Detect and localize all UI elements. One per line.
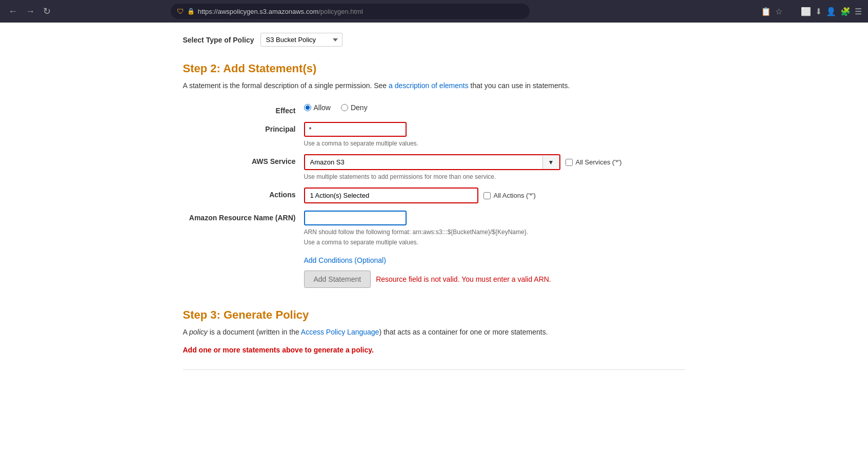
arn-hint1: ARN should follow the following format: … — [304, 228, 529, 236]
actions-row: Actions 1 Action(s) Selected All Actions… — [183, 188, 685, 203]
effect-row: Effect Allow Deny — [183, 103, 685, 115]
lock-icon: 🔒 — [187, 8, 195, 15]
extension-icon[interactable]: 🧩 — [840, 7, 851, 16]
step3-description: A policy is a document (written in the A… — [183, 327, 685, 338]
security-icon: 🛡 — [177, 7, 184, 15]
step3-heading: Step 3: Generate Policy — [183, 308, 685, 322]
deny-radio[interactable] — [341, 104, 348, 111]
principal-hint: Use a comma to separate multiple values. — [304, 140, 685, 147]
access-policy-language-link[interactable]: Access Policy Language — [301, 328, 379, 336]
all-services-checkbox[interactable] — [566, 159, 573, 166]
reading-mode-icon[interactable]: 📋 — [761, 7, 771, 16]
add-conditions-row: Add Conditions (Optional) — [304, 253, 685, 264]
account-icon[interactable]: 👤 — [826, 7, 836, 16]
button-error-row: Add Statement Resource field is not vali… — [304, 270, 685, 288]
policy-type-label: Select Type of Policy — [183, 36, 254, 44]
effect-options: Allow Deny — [304, 103, 685, 112]
aws-service-wrapper: Amazon S3 Amazon EC2 Amazon DynamoDB Ama… — [304, 154, 560, 170]
principal-label: Principal — [183, 122, 296, 133]
allow-radio[interactable] — [304, 104, 311, 111]
effect-controls: Allow Deny — [304, 103, 685, 112]
arn-controls: ARN should follow the following format: … — [304, 211, 529, 246]
error-message: Resource field is not valid. You must en… — [376, 275, 551, 283]
deny-radio-label[interactable]: Deny — [341, 103, 368, 112]
add-conditions-link[interactable]: Add Conditions (Optional) — [304, 256, 386, 264]
arn-label: Amazon Resource Name (ARN) — [183, 211, 296, 222]
actions-label: Actions — [183, 188, 296, 199]
step2-heading: Step 2: Add Statement(s) — [183, 62, 685, 75]
page-content: Select Type of Policy S3 Bucket Policy I… — [152, 23, 716, 390]
actions-wrapper: 1 Action(s) Selected — [304, 188, 478, 203]
actions-controls: 1 Action(s) Selected All Actions ('*') — [304, 188, 685, 203]
all-services-label[interactable]: All Services ('*') — [566, 158, 622, 166]
back-button[interactable]: ← — [6, 4, 19, 19]
step3-section: Step 3: Generate Policy A policy is a do… — [183, 308, 685, 354]
aws-service-controls: Amazon S3 Amazon EC2 Amazon DynamoDB Ama… — [304, 154, 685, 180]
pocket-icon[interactable]: ⬜ — [801, 7, 811, 16]
step2-description: A statement is the formal description of… — [183, 80, 685, 91]
all-actions-checkbox[interactable] — [483, 192, 491, 199]
policy-italic: policy — [189, 328, 208, 336]
arn-row: Amazon Resource Name (ARN) ARN should fo… — [183, 211, 685, 246]
page-divider — [183, 369, 685, 370]
aws-service-label: AWS Service — [183, 154, 296, 165]
menu-icon[interactable]: ☰ — [855, 7, 862, 16]
effect-label: Effect — [183, 103, 296, 115]
all-actions-label[interactable]: All Actions ('*') — [483, 192, 536, 199]
principal-input[interactable] — [304, 122, 407, 137]
arn-hint2: Use a comma to separate multiple values. — [304, 239, 529, 246]
aws-service-select[interactable]: Amazon S3 Amazon EC2 Amazon DynamoDB Ama… — [305, 155, 542, 169]
reload-button[interactable]: ↻ — [41, 4, 53, 19]
aws-service-dropdown-btn[interactable]: ▼ — [542, 156, 559, 169]
bookmark-icon[interactable]: ☆ — [775, 7, 782, 16]
arn-input[interactable] — [304, 211, 407, 225]
policy-type-select[interactable]: S3 Bucket Policy IAM Policy SNS Topic Po… — [260, 33, 342, 47]
address-bar: 🛡 🔒 https://awspolicygen.s3.amazonaws.co… — [171, 4, 530, 19]
aws-service-input-row: Amazon S3 Amazon EC2 Amazon DynamoDB Ama… — [304, 154, 685, 170]
add-statement-button[interactable]: Add Statement — [304, 270, 371, 288]
actions-select[interactable]: 1 Action(s) Selected — [305, 189, 477, 202]
principal-controls: Use a comma to separate multiple values. — [304, 122, 685, 147]
elements-link[interactable]: a description of elements — [389, 81, 469, 90]
aws-service-hint: Use multiple statements to add permissio… — [304, 173, 685, 180]
download-icon[interactable]: ⬇ — [815, 7, 822, 16]
principal-row: Principal Use a comma to separate multip… — [183, 122, 685, 147]
generate-policy-note: Add one or more statements above to gene… — [183, 346, 685, 354]
browser-actions: 📋 ☆ ⬜ ⬇ 👤 🧩 ☰ — [761, 7, 862, 16]
aws-service-row: AWS Service Amazon S3 Amazon EC2 Amazon … — [183, 154, 685, 180]
browser-chrome: ← → ↻ 🛡 🔒 https://awspolicygen.s3.amazon… — [0, 0, 868, 23]
actions-input-row: 1 Action(s) Selected All Actions ('*') — [304, 188, 685, 203]
allow-radio-label[interactable]: Allow — [304, 103, 331, 112]
forward-button[interactable]: → — [24, 4, 37, 19]
policy-type-row: Select Type of Policy S3 Bucket Policy I… — [183, 33, 685, 47]
url-display[interactable]: https://awspolicygen.s3.amazonaws.com/po… — [198, 8, 523, 15]
